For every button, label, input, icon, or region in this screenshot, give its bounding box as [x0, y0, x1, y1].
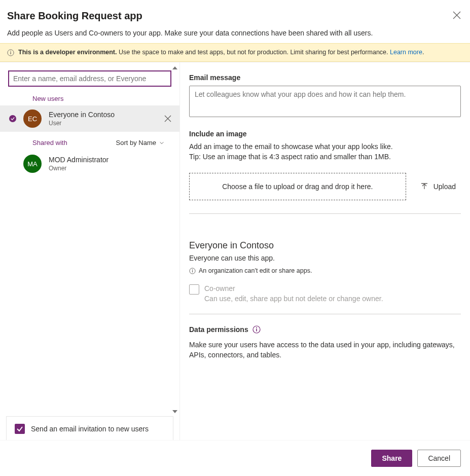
people-panel: New users EC Everyone in Contoso User Sh… — [0, 62, 180, 442]
new-users-heading: New users — [0, 90, 179, 105]
shared-with-heading: Shared with — [32, 139, 67, 147]
people-search-input[interactable] — [8, 70, 171, 87]
data-permissions-body: Make sure your users have access to the … — [189, 340, 461, 360]
dialog-header: Share Booking Request app Add people as … — [0, 0, 470, 43]
svg-point-4 — [192, 269, 193, 270]
upload-button[interactable]: Upload — [420, 182, 461, 191]
learn-more-link[interactable]: Learn more — [390, 49, 422, 56]
permission-desc: Everyone can use this app. — [189, 254, 461, 262]
coowner-label: Co-owner — [204, 284, 383, 292]
svg-rect-2 — [10, 52, 11, 54]
scroll-up-icon[interactable] — [172, 66, 177, 69]
scroll-down-icon[interactable] — [172, 410, 177, 413]
details-panel: Email message Include an image Add an im… — [180, 62, 470, 442]
email-message-label: Email message — [189, 74, 461, 82]
coowner-desc: Can use, edit, share app but not delete … — [204, 295, 383, 303]
environment-warning-banner: This is a developer environment. Use the… — [0, 43, 470, 62]
svg-rect-5 — [192, 270, 193, 272]
data-permissions-label: Data permissions — [189, 325, 248, 334]
sort-button[interactable]: Sort by Name — [116, 139, 164, 147]
upload-label: Upload — [433, 182, 456, 191]
coowner-checkbox[interactable] — [189, 284, 199, 295]
sort-label: Sort by Name — [116, 139, 156, 147]
list-item-new-user[interactable]: EC Everyone in Contoso User — [0, 105, 179, 132]
info-icon — [7, 49, 14, 56]
permission-note: An organization can't edit or share apps… — [189, 267, 461, 274]
send-email-row: Send an email invitation to new users — [6, 416, 173, 442]
avatar: MA — [23, 155, 42, 173]
list-item-shared-user[interactable]: MA MOD Administrator Owner — [0, 151, 179, 177]
coowner-option: Co-owner Can use, edit, share app but no… — [189, 284, 461, 303]
dialog-body: New users EC Everyone in Contoso User Sh… — [0, 62, 470, 442]
svg-point-1 — [10, 51, 11, 52]
user-role: User — [49, 120, 157, 127]
upload-icon — [420, 182, 428, 191]
share-button[interactable]: Share — [371, 450, 412, 467]
svg-point-7 — [256, 327, 257, 328]
send-email-label: Send an email invitation to new users — [31, 425, 149, 433]
chevron-down-icon — [159, 140, 164, 145]
selected-check-icon — [9, 115, 16, 122]
dialog-footer: Share Cancel — [0, 440, 470, 476]
send-email-checkbox[interactable] — [15, 424, 25, 434]
divider — [189, 314, 461, 314]
info-icon — [189, 268, 196, 274]
info-icon[interactable] — [252, 325, 261, 334]
include-image-desc: Add an image to the email to showcase wh… — [189, 142, 461, 162]
svg-rect-8 — [256, 329, 257, 332]
divider — [189, 213, 461, 214]
email-message-input[interactable] — [189, 86, 461, 117]
permission-target-title: Everyone in Contoso — [189, 240, 461, 251]
dialog-subtitle: Add people as Users and Co-owners to you… — [7, 29, 460, 37]
file-dropzone[interactable]: Choose a file to upload or drag and drop… — [189, 173, 406, 200]
avatar: EC — [23, 109, 42, 128]
close-icon[interactable] — [453, 11, 461, 19]
cancel-button[interactable]: Cancel — [417, 450, 461, 467]
dialog-title: Share Booking Request app — [7, 10, 460, 22]
include-image-label: Include an image — [189, 130, 461, 138]
remove-user-icon[interactable] — [164, 115, 171, 122]
user-name: MOD Administrator — [49, 156, 171, 164]
banner-text: This is a developer environment. Use the… — [18, 49, 424, 56]
user-role: Owner — [49, 165, 171, 172]
user-name: Everyone in Contoso — [49, 111, 157, 119]
